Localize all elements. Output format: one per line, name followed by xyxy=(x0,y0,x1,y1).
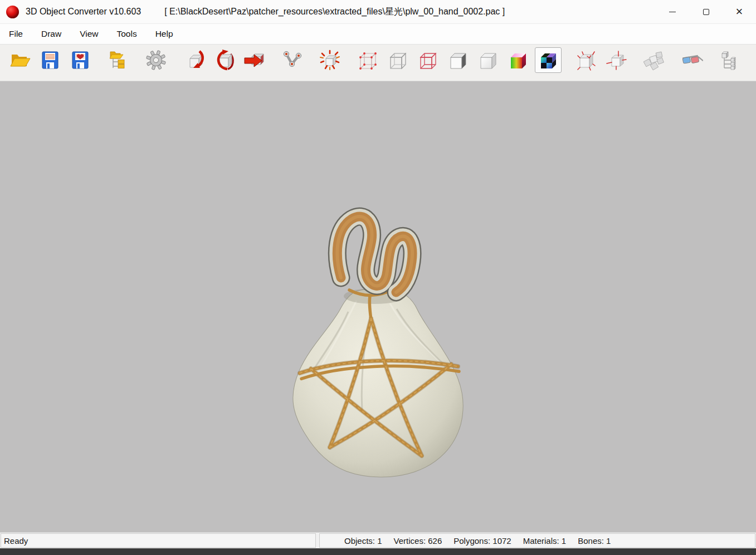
status-counts-panel: Objects: 1 Vertices: 626 Polygons: 1072 … xyxy=(319,533,755,548)
status-materials: Materials: 1 xyxy=(523,536,567,546)
smooth-shaded-mode-button[interactable] xyxy=(475,47,501,73)
unfold-uv-icon xyxy=(643,49,665,71)
menu-tools[interactable]: Tools xyxy=(110,26,143,42)
save-favorite-icon xyxy=(69,49,91,71)
close-button[interactable]: × xyxy=(723,0,756,23)
save-file-button[interactable] xyxy=(37,47,64,73)
save-file-icon xyxy=(39,49,61,71)
status-polygons: Polygons: 1072 xyxy=(453,536,511,546)
window-controls: × xyxy=(656,0,756,23)
scene-hierarchy-button[interactable] xyxy=(716,47,743,73)
minimize-button[interactable] xyxy=(656,0,689,23)
anaglyph-glasses-icon xyxy=(681,49,703,71)
status-vertices: Vertices: 626 xyxy=(394,536,442,546)
model-pouch xyxy=(0,81,756,532)
status-message: Ready xyxy=(4,536,28,546)
rotate-free-icon xyxy=(213,49,235,71)
menu-help[interactable]: Help xyxy=(149,26,180,42)
scene-hierarchy-icon xyxy=(719,49,741,71)
settings-gear-icon xyxy=(145,49,167,71)
smooth-shaded-mode-icon xyxy=(477,49,499,71)
anaglyph-button[interactable] xyxy=(679,47,705,73)
hidden-line-mode-icon xyxy=(417,49,439,71)
open-file-button[interactable] xyxy=(7,47,33,73)
status-message-panel: Ready xyxy=(1,533,316,548)
app-window: 3D Object Converter v10.603 [ E:\BlackDe… xyxy=(0,0,756,555)
status-bones: Bones: 1 xyxy=(578,536,611,546)
app-title: 3D Object Converter v10.603 xyxy=(26,7,141,17)
maximize-button[interactable] xyxy=(689,0,723,23)
explode-button[interactable] xyxy=(316,47,343,73)
face-normals-icon xyxy=(605,49,627,71)
settings-button[interactable] xyxy=(143,47,169,73)
point-mode-button[interactable] xyxy=(354,47,381,73)
app-logo-icon[interactable] xyxy=(6,6,19,18)
hidden-line-mode-button[interactable] xyxy=(414,47,441,73)
pouch-body xyxy=(293,288,463,477)
open-file-icon xyxy=(9,49,31,71)
unfold-uv-button[interactable] xyxy=(641,47,667,73)
document-path: [ E:\BlackDesert\Paz\patcher_resources\e… xyxy=(164,6,505,18)
vertex-normals-icon xyxy=(575,49,597,71)
menu-view[interactable]: View xyxy=(73,26,105,42)
flip-object-icon xyxy=(243,49,265,71)
menu-bar: File Draw View Tools Help xyxy=(0,23,756,45)
colored-mode-icon xyxy=(507,49,529,71)
object-tree-button[interactable] xyxy=(105,47,131,73)
window-bottom-edge xyxy=(0,548,756,555)
status-objects: Objects: 1 xyxy=(344,536,382,546)
maximize-icon xyxy=(703,9,709,15)
title-bar: 3D Object Converter v10.603 [ E:\BlackDe… xyxy=(0,0,756,23)
wireframe-mode-icon xyxy=(387,49,409,71)
vertex-normals-button[interactable] xyxy=(573,47,599,73)
face-normals-button[interactable] xyxy=(603,47,630,73)
menu-file[interactable]: File xyxy=(2,26,30,42)
textured-mode-icon xyxy=(537,49,559,71)
wireframe-mode-button[interactable] xyxy=(384,47,411,73)
pouch-fold xyxy=(337,217,412,292)
status-bar: Ready Objects: 1 Vertices: 626 Polygons:… xyxy=(0,532,756,548)
colored-mode-button[interactable] xyxy=(505,47,531,73)
skeleton-bones-icon xyxy=(281,49,303,71)
skeleton-button[interactable] xyxy=(279,47,305,73)
explode-icon xyxy=(319,49,341,71)
flip-object-button[interactable] xyxy=(241,47,267,73)
object-tree-icon xyxy=(107,49,129,71)
minimize-icon xyxy=(669,12,676,12)
close-icon: × xyxy=(736,6,743,18)
flat-shaded-mode-icon xyxy=(447,49,469,71)
viewport-3d[interactable] xyxy=(0,81,756,532)
point-mode-icon xyxy=(357,49,379,71)
textured-mode-button[interactable] xyxy=(535,47,562,73)
save-favorite-button[interactable] xyxy=(67,47,94,73)
menu-draw[interactable]: Draw xyxy=(35,26,68,42)
toolbar xyxy=(0,45,756,81)
rotate-free-button[interactable] xyxy=(211,47,237,73)
flat-shaded-mode-button[interactable] xyxy=(445,47,471,73)
rotate-object-icon xyxy=(183,49,205,71)
rotate-object-button[interactable] xyxy=(181,47,207,73)
